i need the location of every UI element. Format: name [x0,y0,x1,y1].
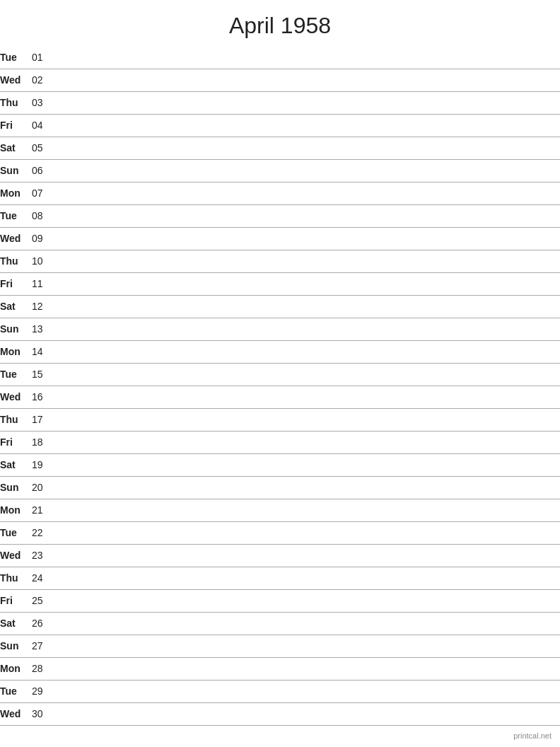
day-number: 28 [32,657,54,680]
page-title: April 1958 [0,0,560,46]
calendar-row: Tue29 [0,680,560,702]
day-number: 06 [32,159,54,182]
calendar-row: Mon21 [0,499,560,521]
calendar-row: Sun20 [0,476,560,499]
day-name: Wed [0,702,32,725]
calendar-row: Thu10 [0,250,560,272]
day-writing-area [54,227,560,250]
day-writing-area [54,46,560,69]
day-name: Fri [0,589,32,612]
day-number: 29 [32,680,54,702]
calendar-row: Sat12 [0,295,560,318]
calendar-row: Sun06 [0,159,560,182]
day-writing-area [54,657,560,680]
day-name: Wed [0,69,32,91]
day-number: 25 [32,589,54,612]
day-number: 02 [32,69,54,91]
calendar-row: Sun13 [0,318,560,340]
day-writing-area [54,408,560,431]
day-number: 27 [32,635,54,657]
calendar-row: Mon28 [0,657,560,680]
calendar-row: Tue15 [0,363,560,386]
day-name: Sun [0,476,32,499]
day-number: 20 [32,476,54,499]
calendar-row: Fri11 [0,272,560,295]
day-number: 24 [32,567,54,589]
day-number: 04 [32,114,54,137]
day-number: 01 [32,46,54,69]
day-number: 17 [32,408,54,431]
calendar-row: Sat19 [0,453,560,476]
day-name: Sun [0,318,32,340]
day-writing-area [54,386,560,408]
day-name: Sat [0,612,32,635]
day-writing-area [54,114,560,137]
calendar-row: Wed02 [0,69,560,91]
day-writing-area [54,91,560,114]
footer-text: printcal.net [513,731,552,740]
day-writing-area [54,295,560,318]
day-number: 10 [32,250,54,272]
day-name: Sat [0,137,32,159]
day-number: 21 [32,499,54,521]
day-number: 22 [32,521,54,544]
day-name: Tue [0,521,32,544]
day-writing-area [54,340,560,363]
day-writing-area [54,612,560,635]
day-writing-area [54,453,560,476]
day-name: Mon [0,657,32,680]
calendar-row: Mon07 [0,182,560,204]
day-name: Tue [0,204,32,227]
day-writing-area [54,521,560,544]
day-number: 16 [32,386,54,408]
day-number: 09 [32,227,54,250]
day-number: 05 [32,137,54,159]
day-number: 15 [32,363,54,386]
day-writing-area [54,567,560,589]
calendar-row: Fri18 [0,431,560,453]
calendar-row: Wed16 [0,386,560,408]
day-writing-area [54,182,560,204]
day-name: Sun [0,635,32,657]
day-name: Fri [0,114,32,137]
day-name: Wed [0,544,32,567]
calendar-row: Thu17 [0,408,560,431]
calendar-row: Tue22 [0,521,560,544]
calendar-row: Fri04 [0,114,560,137]
day-number: 18 [32,431,54,453]
calendar-row: Sat05 [0,137,560,159]
day-writing-area [54,589,560,612]
day-writing-area [54,204,560,227]
day-writing-area [54,476,560,499]
calendar-row: Thu24 [0,567,560,589]
day-name: Thu [0,567,32,589]
day-number: 23 [32,544,54,567]
calendar-row: Wed23 [0,544,560,567]
day-number: 14 [32,340,54,363]
day-number: 07 [32,182,54,204]
day-name: Tue [0,363,32,386]
day-number: 03 [32,91,54,114]
day-writing-area [54,159,560,182]
day-writing-area [54,702,560,725]
calendar-row: Wed09 [0,227,560,250]
day-writing-area [54,499,560,521]
day-writing-area [54,431,560,453]
day-writing-area [54,544,560,567]
day-name: Mon [0,499,32,521]
day-name: Thu [0,250,32,272]
calendar-row: Mon14 [0,340,560,363]
day-number: 08 [32,204,54,227]
day-name: Wed [0,386,32,408]
day-name: Wed [0,227,32,250]
day-number: 26 [32,612,54,635]
calendar-table: Tue01Wed02Thu03Fri04Sat05Sun06Mon07Tue08… [0,46,560,726]
day-name: Thu [0,408,32,431]
day-writing-area [54,250,560,272]
day-name: Thu [0,91,32,114]
day-writing-area [54,272,560,295]
calendar-row: Tue01 [0,46,560,69]
day-name: Mon [0,340,32,363]
day-writing-area [54,363,560,386]
calendar-row: Tue08 [0,204,560,227]
